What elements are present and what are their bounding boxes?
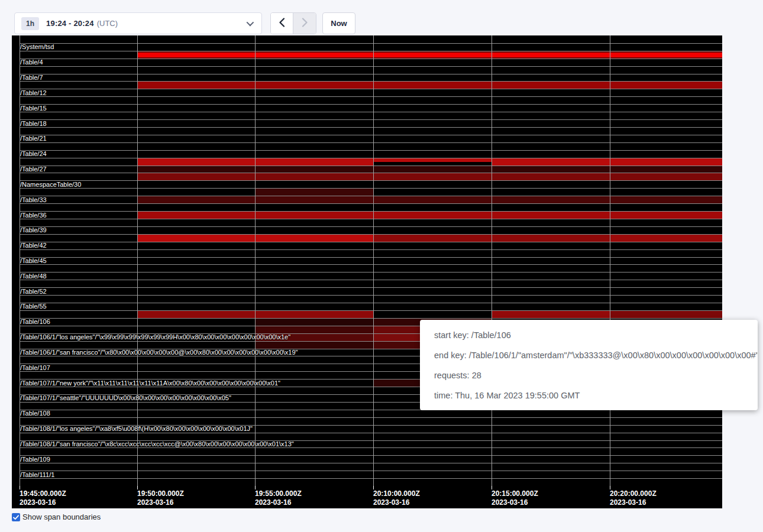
heatmap-band-cell[interactable] <box>256 173 373 180</box>
footer-controls: Show span boundaries <box>12 512 101 521</box>
span-boundary-line <box>20 287 722 288</box>
previous-range-button[interactable] <box>271 13 293 34</box>
row-label: /NamespaceTable/30 <box>20 180 81 188</box>
heatmap-band-cell[interactable] <box>610 51 722 59</box>
heatmap-band-cell[interactable] <box>256 82 373 89</box>
heatmap-band-cell[interactable] <box>492 196 610 203</box>
heatmap-band-cell[interactable] <box>138 158 255 166</box>
heatmap-band-cell[interactable] <box>374 166 492 173</box>
heatmap-band-cell[interactable] <box>374 196 492 203</box>
span-boundary-line <box>20 219 722 219</box>
row-label: /Table/33 <box>20 196 47 203</box>
heatmap-band-cell[interactable] <box>492 158 610 166</box>
span-boundary-line <box>20 74 722 74</box>
heatmap-band-cell[interactable] <box>138 196 255 203</box>
heatmap-band-cell[interactable] <box>256 235 373 242</box>
heatmap-band-cell[interactable] <box>374 82 492 89</box>
heatmap-band-cell[interactable] <box>138 173 255 180</box>
row-label: /Table/27 <box>20 166 47 173</box>
span-boundary-line <box>20 280 722 280</box>
row-label: /Table/106/1/"san francisco"/"\x80\x00\x… <box>20 349 298 356</box>
now-button[interactable]: Now <box>322 12 355 34</box>
heatmap-band-cell[interactable] <box>610 212 722 219</box>
heatmap-band-cell[interactable] <box>138 311 255 318</box>
span-boundary-line <box>20 310 722 311</box>
heatmap-band-cell[interactable] <box>492 82 610 89</box>
heatmap-band-cell[interactable] <box>256 342 373 349</box>
row-label: /Table/36 <box>20 211 47 219</box>
time-gridline <box>255 35 256 486</box>
heatmap-band-cell[interactable] <box>256 212 373 219</box>
key-visualizer-heatmap[interactable]: /System/tsd/Table/4/Table/7/Table/12/Tab… <box>12 35 722 508</box>
row-label: /Table/106 <box>20 318 50 326</box>
heatmap-band-cell[interactable] <box>256 319 373 326</box>
span-boundary-line <box>20 66 722 67</box>
span-boundary-line <box>20 135 722 135</box>
row-label: /Table/15 <box>20 104 47 112</box>
heatmap-band-cell[interactable] <box>610 311 722 318</box>
heatmap-band-cell[interactable] <box>374 235 492 242</box>
heatmap-band-cell[interactable] <box>610 158 722 166</box>
span-boundary-line <box>20 295 722 296</box>
span-boundary-line <box>20 81 722 82</box>
tooltip-start-key: start key: /Table/106 <box>420 325 758 345</box>
heatmap-band-cell[interactable] <box>374 158 492 162</box>
time-range-dropdown[interactable]: 1h 19:24 - 20:24 (UTC) <box>14 12 262 34</box>
heatmap-band-cell[interactable] <box>138 212 255 219</box>
row-label: /Table/4 <box>20 59 43 66</box>
heatmap-band-cell[interactable] <box>610 196 722 203</box>
heatmap-band-cell[interactable] <box>610 82 722 89</box>
heatmap-band-cell[interactable] <box>256 158 373 166</box>
span-boundary-line <box>20 249 722 250</box>
span-boundary-line <box>20 455 722 456</box>
tooltip-requests: requests: 28 <box>420 365 758 385</box>
heatmap-band-cell[interactable] <box>256 326 373 333</box>
heatmap-band-cell[interactable] <box>138 166 255 173</box>
heatmap-band-cell[interactable] <box>492 173 610 180</box>
row-label: /Table/21 <box>20 135 47 142</box>
heatmap-band-cell[interactable] <box>610 173 722 180</box>
span-boundary-line <box>20 242 722 242</box>
span-boundary-line <box>20 203 722 204</box>
chevron-down-icon <box>247 19 254 27</box>
span-boundary-line <box>20 234 722 235</box>
span-boundaries-checkbox[interactable] <box>12 513 20 521</box>
heatmap-band-cell[interactable] <box>256 196 373 203</box>
span-boundary-line <box>20 104 722 105</box>
chevron-right-icon <box>302 18 308 30</box>
heatmap-band-cell[interactable] <box>374 212 492 219</box>
span-boundary-line <box>20 417 722 418</box>
heatmap-band-cell[interactable] <box>138 82 255 89</box>
span-boundary-line <box>20 89 722 89</box>
span-boundary-line <box>20 272 722 273</box>
heatmap-band-cell[interactable] <box>256 189 373 196</box>
heatmap-band-cell[interactable] <box>138 51 255 59</box>
heatmap-band-cell[interactable] <box>256 51 373 59</box>
axis-tick-label: 19:45:00.000Z2023-03-16 <box>20 489 66 507</box>
heatmap-band-cell[interactable] <box>492 212 610 219</box>
heatmap-band-cell[interactable] <box>610 166 722 173</box>
heatmap-band-cell[interactable] <box>138 235 255 242</box>
heatmap-band-cell[interactable] <box>374 51 492 59</box>
heatmap-band-cell[interactable] <box>610 235 722 242</box>
heatmap-band-cell[interactable] <box>492 235 610 242</box>
heatmap-band-cell[interactable] <box>492 311 610 318</box>
next-range-button-disabled[interactable] <box>293 13 316 34</box>
row-label: /Table/42 <box>20 242 47 249</box>
heatmap-band-cell[interactable] <box>492 166 610 173</box>
row-label: /Table/7 <box>20 74 43 82</box>
span-boundaries-label: Show span boundaries <box>22 512 101 521</box>
time-gridline <box>373 35 374 486</box>
row-label: /Table/107 <box>20 364 50 371</box>
row-label: /Table/12 <box>20 89 47 96</box>
span-boundary-line <box>20 150 722 151</box>
heatmap-band-cell[interactable] <box>256 311 373 318</box>
span-boundary-line <box>20 257 722 258</box>
row-label: /Table/107/1/"seattle"/"UUUUUUD\x00\x80\… <box>20 394 231 402</box>
row-label: /Table/111/1 <box>20 471 54 478</box>
row-label: /Table/45 <box>20 257 47 265</box>
heatmap-band-cell[interactable] <box>256 166 373 173</box>
heatmap-band-cell[interactable] <box>492 51 610 59</box>
heatmap-band-cell[interactable] <box>374 173 492 180</box>
heatmap-plot[interactable]: /System/tsd/Table/4/Table/7/Table/12/Tab… <box>12 35 722 486</box>
